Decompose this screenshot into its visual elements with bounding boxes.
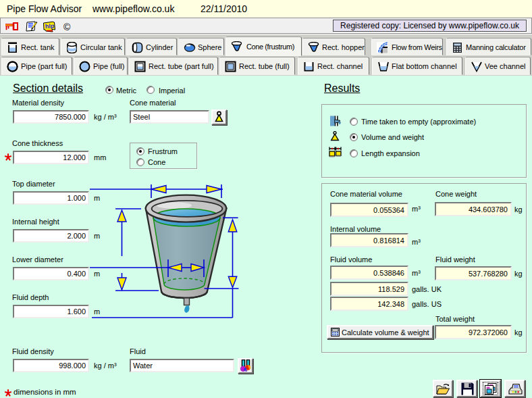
svg-text:hlp: hlp <box>45 22 55 30</box>
